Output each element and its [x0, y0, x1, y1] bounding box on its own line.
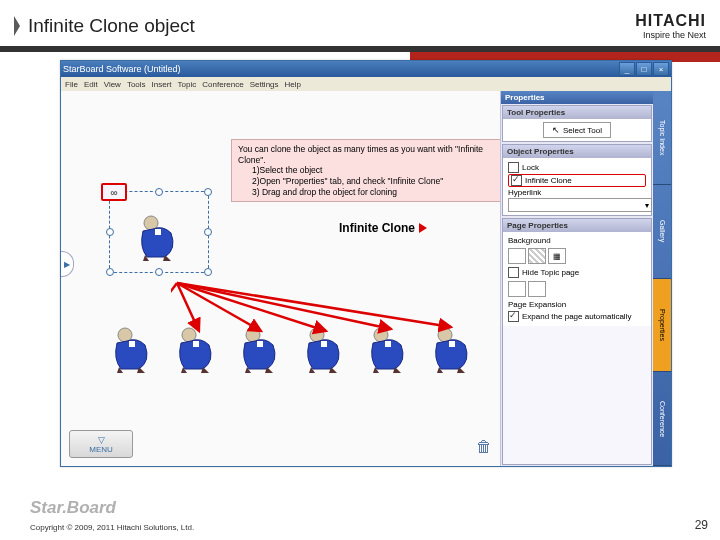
window-title: StarBoard Software (Untitled) — [63, 64, 181, 74]
svg-line-15 — [171, 283, 177, 331]
tab-properties[interactable]: Properties — [653, 279, 671, 373]
hide-topic-checkbox[interactable] — [508, 267, 519, 278]
slide-title: Infinite Clone object — [28, 15, 195, 37]
instruction-callout: You can clone the object as many times a… — [231, 139, 501, 202]
page-properties-title: Page Properties — [503, 219, 651, 232]
infinity-badge: ∞ — [101, 183, 127, 201]
svg-rect-3 — [129, 341, 135, 347]
red-triangle-icon — [419, 223, 427, 233]
close-button[interactable]: × — [653, 62, 669, 76]
menu-tools[interactable]: Tools — [127, 80, 146, 89]
player-original[interactable] — [135, 211, 183, 263]
hide-option-1[interactable] — [508, 281, 526, 297]
page-number: 29 — [695, 518, 708, 532]
svg-line-20 — [177, 283, 451, 327]
menu-conference[interactable]: Conference — [202, 80, 243, 89]
brand-main: HITACHI — [635, 12, 706, 30]
canvas-menu-button[interactable]: ▽ MENU — [69, 430, 133, 458]
nav-left-toggle[interactable]: ▶ — [61, 251, 74, 277]
svg-line-18 — [177, 283, 326, 331]
background-label: Background — [508, 235, 646, 246]
tab-gallery[interactable]: Gallery — [653, 185, 671, 279]
instr-step2: 2)Open "Properties" tab, and check "Infi… — [252, 176, 498, 187]
starboard-logo: Star.Board — [30, 498, 116, 518]
player-clone[interactable] — [109, 323, 157, 375]
instr-line1: You can clone the object as many times a… — [238, 144, 498, 165]
trash-icon[interactable]: 🗑 — [476, 438, 492, 458]
menu-edit[interactable]: Edit — [84, 80, 98, 89]
page-expansion-label: Page Expansion — [508, 299, 646, 310]
menubar: File Edit View Tools Insert Topic Confer… — [61, 77, 671, 92]
select-tool-button[interactable]: ↖ Select Tool — [543, 122, 611, 138]
infinite-clone-checkbox[interactable] — [511, 175, 522, 186]
lock-row[interactable]: Lock — [508, 161, 646, 174]
menu-topic[interactable]: Topic — [178, 80, 197, 89]
right-tab-strip: Topic Index Gallery Properties Conferenc… — [653, 91, 671, 466]
minimize-button[interactable]: _ — [619, 62, 635, 76]
brand-tag: Inspire the Next — [635, 30, 706, 40]
instr-step1: 1)Select the object — [252, 165, 498, 176]
page-properties-panel: Page Properties Background ▦ Hide Topic … — [502, 218, 652, 465]
hyperlink-select[interactable] — [508, 198, 652, 212]
copyright: Copyright © 2009, 2011 Hitachi Solutions… — [30, 523, 194, 532]
title-chevron-icon — [14, 16, 20, 36]
hide-topic-row[interactable]: Hide Topic page — [508, 266, 646, 279]
canvas[interactable]: ▶ You can clone the object as many times… — [61, 91, 501, 466]
menu-view[interactable]: View — [104, 80, 121, 89]
expand-auto-checkbox[interactable] — [508, 311, 519, 322]
hide-option-2[interactable] — [528, 281, 546, 297]
menu-insert[interactable]: Insert — [152, 80, 172, 89]
red-arrows-icon — [171, 281, 491, 351]
app-window: StarBoard Software (Untitled) _ □ × File… — [60, 60, 672, 467]
tab-conference[interactable]: Conference — [653, 372, 671, 466]
tool-properties-title: Tool Properties — [503, 106, 651, 119]
hitachi-logo: HITACHI Inspire the Next — [635, 12, 706, 40]
menu-help[interactable]: Help — [285, 80, 301, 89]
window-titlebar: StarBoard Software (Untitled) _ □ × — [61, 61, 671, 77]
svg-rect-1 — [155, 229, 161, 235]
bg-image-swatch[interactable]: ▦ — [548, 248, 566, 264]
infinite-clone-label-left: Infinite Clone — [339, 221, 427, 235]
instr-step3: 3) Drag and drop the object for cloning — [252, 187, 498, 198]
infinite-clone-row[interactable]: Infinite Clone — [508, 174, 646, 187]
svg-line-19 — [177, 283, 391, 329]
menu-settings[interactable]: Settings — [250, 80, 279, 89]
lock-checkbox[interactable] — [508, 162, 519, 173]
sidebar-header: Properties — [501, 91, 653, 104]
bg-white-swatch[interactable] — [508, 248, 526, 264]
hyperlink-label: Hyperlink — [508, 187, 646, 198]
menu-file[interactable]: File — [65, 80, 78, 89]
expand-auto-row[interactable]: Expand the page automatically — [508, 310, 646, 323]
tab-topic-index[interactable]: Topic Index — [653, 91, 671, 185]
maximize-button[interactable]: □ — [636, 62, 652, 76]
object-properties-panel: Object Properties Lock Infinite Clone Hy… — [502, 144, 652, 216]
tool-properties-panel: Tool Properties ↖ Select Tool — [502, 105, 652, 142]
bg-pattern-swatch[interactable] — [528, 248, 546, 264]
properties-sidebar: Properties Tool Properties ↖ Select Tool… — [501, 91, 653, 466]
object-properties-title: Object Properties — [503, 145, 651, 158]
